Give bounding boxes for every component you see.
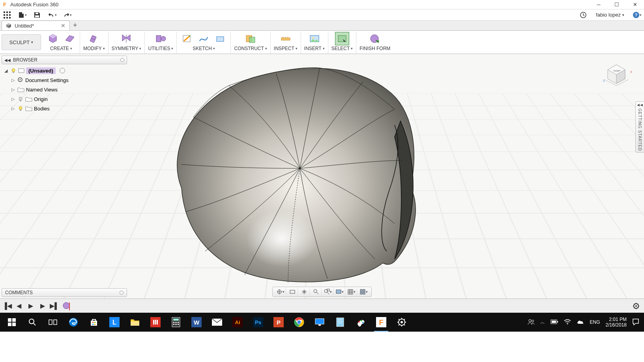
svg-text:F: F	[379, 319, 384, 327]
ribbon-label[interactable]: SYMMETRY▾	[112, 46, 142, 51]
file-explorer-icon[interactable]	[125, 313, 145, 332]
app-icon-monitor[interactable]	[309, 313, 330, 332]
visibility-bulb-icon[interactable]	[17, 105, 24, 112]
powerpoint-icon[interactable]: P	[268, 313, 289, 332]
wifi-icon[interactable]	[564, 319, 571, 326]
illustrator-icon[interactable]: Ai	[227, 313, 248, 332]
utilities-icon[interactable]	[154, 32, 168, 45]
getting-started-tab[interactable]: ◀◀ GETTING STARTED	[635, 101, 644, 153]
app-icon-red[interactable]	[145, 313, 166, 332]
tree-item[interactable]: ▷ Origin	[2, 94, 127, 104]
collapse-icon[interactable]: ◀◀	[4, 58, 11, 62]
file-menu-button[interactable]	[17, 10, 27, 20]
timeline-play-button[interactable]: ▶	[27, 302, 35, 310]
workspace-label: SCULPT	[9, 39, 30, 45]
timeline-next-button[interactable]: ▶	[39, 302, 47, 310]
ribbon-label[interactable]: UTILITIES▾	[148, 46, 173, 51]
construct-plane-icon[interactable]	[243, 32, 258, 45]
calculator-icon[interactable]	[166, 313, 186, 332]
ribbon-label[interactable]: INSERT▾	[304, 46, 325, 51]
ribbon-label[interactable]: SELECT▾	[331, 46, 353, 51]
tree-item[interactable]: ▷ Document Settings	[2, 75, 127, 85]
document-tab-bar: Untitled* ✕ +	[0, 21, 644, 31]
viewport[interactable]: ◀◀ BROWSER ◢ (Unsaved) ▷ Document Settin…	[0, 54, 644, 299]
svg-rect-77	[178, 322, 179, 323]
comments-panel-header[interactable]: COMMENTS	[2, 288, 127, 297]
finish-form-icon[interactable]	[368, 32, 382, 45]
undo-button[interactable]	[47, 10, 57, 20]
people-icon[interactable]	[528, 318, 535, 327]
fusion360-taskbar-icon[interactable]: F	[371, 313, 391, 332]
view-cube[interactable]: TOP X Z	[601, 58, 632, 90]
expand-arrow-icon[interactable]: ▷	[10, 97, 16, 102]
ribbon-group-sketch: SKETCH▾	[177, 32, 231, 54]
insert-image-icon[interactable]	[307, 32, 322, 45]
tree-item[interactable]: ▷ Bodies	[2, 104, 127, 113]
search-button[interactable]	[22, 313, 43, 332]
photoshop-icon[interactable]: Ps	[248, 313, 268, 332]
edit-form-icon[interactable]	[87, 32, 101, 45]
expand-arrow-icon[interactable]: ▷	[10, 78, 16, 83]
edge-browser-icon[interactable]	[63, 313, 84, 332]
ribbon-label[interactable]: SKETCH▾	[193, 46, 215, 51]
panel-options-icon[interactable]	[120, 58, 124, 62]
new-tab-button[interactable]: +	[70, 21, 80, 30]
panel-options-icon[interactable]	[120, 291, 124, 295]
minimize-button[interactable]: ─	[590, 0, 608, 9]
ribbon-label[interactable]: CONSTRUCT▾	[234, 46, 267, 51]
workspace-switcher[interactable]: SCULPT▾	[2, 34, 41, 50]
timeline-prev-button[interactable]: ◀	[15, 302, 23, 310]
timeline-start-button[interactable]: ▐◀	[3, 302, 11, 310]
language-indicator[interactable]: ENG	[590, 319, 600, 325]
tree-item[interactable]: ▷ Named Views	[2, 85, 127, 94]
task-view-button[interactable]	[43, 313, 63, 332]
timeline-feature-form[interactable]	[62, 301, 70, 311]
tray-chevron-icon[interactable]: ︿	[540, 319, 545, 326]
notepad-icon[interactable]	[330, 313, 350, 332]
spline-icon[interactable]	[197, 32, 211, 45]
ribbon-label[interactable]: CREATE▾	[50, 46, 72, 51]
rectangle-icon[interactable]	[213, 32, 227, 45]
apps-grid-icon[interactable]	[2, 10, 12, 20]
collapse-arrow-icon[interactable]: ◢	[3, 68, 9, 73]
visibility-bulb-icon[interactable]	[17, 96, 24, 102]
save-button[interactable]	[32, 10, 42, 20]
word-icon[interactable]: W	[186, 313, 207, 332]
activate-radio-icon[interactable]	[60, 68, 65, 73]
close-tab-icon[interactable]: ✕	[61, 22, 66, 29]
expand-arrow-icon[interactable]: ▷	[10, 106, 16, 111]
expand-arrow-icon[interactable]: ▷	[10, 87, 16, 92]
plane-tool-icon[interactable]	[62, 32, 77, 45]
visibility-bulb-icon[interactable]	[10, 67, 17, 74]
notifications-icon[interactable]	[632, 318, 639, 327]
select-tool-icon[interactable]	[335, 32, 349, 45]
timeline-settings-button[interactable]	[631, 301, 641, 311]
start-button[interactable]	[2, 313, 22, 332]
user-menu[interactable]: fabio lopez▾	[593, 12, 627, 18]
browser-header[interactable]: ◀◀ BROWSER	[2, 56, 127, 64]
help-button[interactable]: ?	[632, 10, 642, 20]
paint-icon[interactable]	[350, 313, 371, 332]
ribbon-label[interactable]: INSPECT▾	[274, 46, 298, 51]
settings-icon[interactable]	[391, 313, 412, 332]
onedrive-icon[interactable]	[577, 319, 584, 326]
sketch-icon[interactable]	[180, 32, 194, 45]
ribbon-label[interactable]: MODIFY▾	[83, 46, 105, 51]
box-tool-icon[interactable]	[46, 32, 60, 45]
app-icon-l[interactable]: L	[104, 313, 125, 332]
measure-icon[interactable]	[279, 32, 293, 45]
clock[interactable]: 2:01 PM 2/16/2018	[606, 317, 627, 328]
chrome-icon[interactable]	[289, 313, 309, 332]
maximize-button[interactable]: ☐	[608, 0, 626, 9]
job-status-icon[interactable]	[578, 10, 588, 20]
redo-button[interactable]	[62, 10, 72, 20]
tree-root[interactable]: ◢ (Unsaved)	[2, 66, 127, 75]
store-icon[interactable]	[84, 313, 104, 332]
tspline-body[interactable]	[142, 58, 434, 291]
battery-icon[interactable]	[550, 319, 558, 325]
document-tab[interactable]: Untitled* ✕	[2, 21, 70, 30]
timeline-end-button[interactable]: ▶▌	[51, 302, 58, 310]
mail-icon[interactable]	[207, 313, 227, 332]
mirror-icon[interactable]	[120, 32, 134, 45]
close-button[interactable]: ✕	[626, 0, 644, 9]
